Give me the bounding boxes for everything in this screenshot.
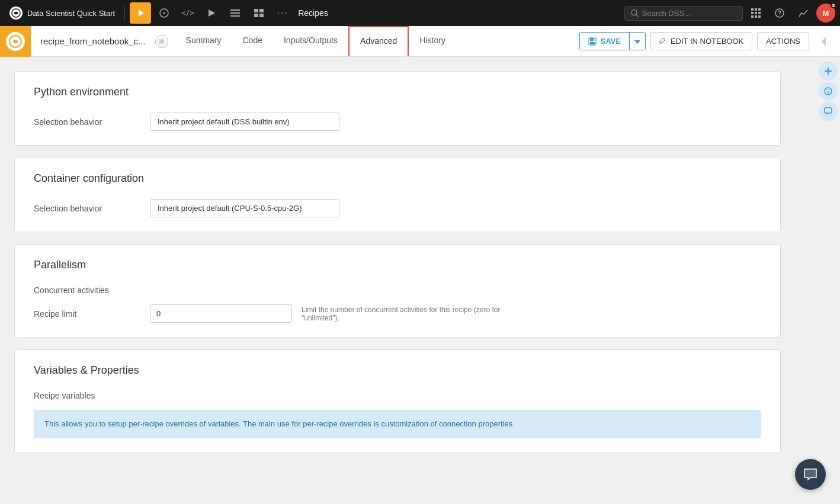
- svg-rect-15: [755, 8, 757, 11]
- recipe-icon: [6, 32, 25, 51]
- more-icon-btn[interactable]: ···: [272, 2, 293, 24]
- stack-icon-btn[interactable]: [225, 2, 246, 24]
- svg-marker-32: [821, 37, 826, 46]
- avatar-btn[interactable]: M 1: [816, 4, 835, 23]
- back-arrow-icon: [820, 37, 826, 46]
- analytics-icon-btn[interactable]: [793, 2, 814, 24]
- actions-button[interactable]: ACTIONS: [757, 32, 809, 50]
- recipe-limit-hint: Limit the number of concurrent activitie…: [302, 306, 538, 322]
- nav-divider: [124, 6, 125, 20]
- tab-history[interactable]: History: [409, 26, 456, 56]
- recipe-name: recipe_from_notebook_c...: [31, 36, 155, 46]
- recipes-label: Recipes: [298, 8, 328, 18]
- svg-point-12: [631, 10, 637, 15]
- code-icon-btn[interactable]: </>: [177, 2, 198, 24]
- concurrent-activities-label: Concurrent activities: [34, 285, 761, 295]
- logo-icon: [9, 7, 23, 20]
- python-env-behavior-select[interactable]: Inherit project default (DSS builtin env…: [150, 113, 339, 131]
- python-env-title: Python environment: [34, 86, 761, 98]
- svg-marker-4: [209, 9, 215, 17]
- container-config-field-row: Selection behavior Inherit project defau…: [34, 199, 761, 217]
- tab-summary[interactable]: Summary: [175, 26, 232, 56]
- svg-rect-9: [259, 9, 264, 12]
- svg-rect-19: [758, 12, 761, 14]
- svg-rect-8: [254, 9, 258, 12]
- settings-icon[interactable]: [155, 35, 168, 48]
- right-panel-chat-btn[interactable]: [819, 102, 838, 121]
- save-icon: [588, 37, 597, 46]
- svg-rect-37: [825, 108, 832, 113]
- search-input[interactable]: [642, 9, 736, 18]
- right-panel: i: [816, 57, 840, 126]
- container-behavior-label: Selection behavior: [34, 204, 140, 213]
- python-env-section: Python environment Selection behavior In…: [14, 71, 781, 146]
- help-icon-btn[interactable]: ?: [769, 2, 790, 24]
- toolbar: recipe_from_notebook_c... Summary Code I…: [0, 26, 840, 57]
- svg-rect-5: [230, 9, 240, 11]
- recipe-limit-label: Recipe limit: [34, 309, 140, 319]
- parallelism-title: Parallelism: [34, 259, 761, 271]
- app-title: Data Scientist Quick Start: [27, 9, 115, 18]
- apps-icon-btn[interactable]: [745, 2, 767, 24]
- svg-marker-30: [634, 40, 640, 44]
- flow-icon-btn[interactable]: [130, 2, 151, 24]
- plus-icon: [824, 67, 832, 75]
- container-config-title: Container configuration: [34, 172, 761, 185]
- svg-rect-28: [590, 38, 594, 41]
- play-icon-btn[interactable]: [201, 2, 222, 24]
- svg-rect-11: [259, 14, 264, 17]
- svg-rect-21: [755, 15, 757, 18]
- save-button[interactable]: SAVE: [580, 33, 629, 50]
- layout-icon-btn[interactable]: [248, 2, 270, 24]
- right-panel-add-btn[interactable]: [819, 62, 838, 81]
- avatar-letter: M: [823, 9, 829, 18]
- tab-inputs-outputs[interactable]: Inputs/Outputs: [273, 26, 348, 56]
- svg-rect-29: [590, 42, 595, 44]
- recipe-variables-label: Recipe variables: [34, 391, 761, 400]
- save-dropdown-button[interactable]: [629, 33, 645, 50]
- search-icon: [631, 9, 639, 17]
- svg-rect-22: [758, 15, 761, 18]
- recipe-icon-box: [0, 26, 31, 57]
- svg-point-26: [161, 40, 163, 43]
- message-icon: [824, 107, 832, 115]
- recipe-limit-input[interactable]: [150, 304, 292, 323]
- chat-float-button[interactable]: [795, 459, 826, 490]
- back-button[interactable]: [814, 32, 833, 51]
- parallelism-section: Parallelism Concurrent activities Recipe…: [14, 244, 781, 338]
- variables-properties-title: Variables & Properties: [34, 364, 761, 377]
- top-navbar: Data Scientist Quick Start </> ··· Recip…: [0, 0, 840, 26]
- info-icon: i: [824, 87, 832, 95]
- chevron-down-icon: [634, 40, 640, 44]
- main-content: Python environment Selection behavior In…: [0, 57, 840, 504]
- variables-info-text: This allows you to setup per-recipe over…: [44, 419, 512, 428]
- svg-rect-16: [758, 8, 761, 11]
- svg-text:i: i: [828, 89, 829, 95]
- python-env-field-row: Selection behavior Inherit project defau…: [34, 113, 761, 131]
- svg-rect-14: [751, 8, 754, 11]
- container-config-section: Container configuration Selection behavi…: [14, 158, 781, 232]
- svg-text:?: ?: [778, 10, 781, 17]
- search-box[interactable]: [624, 6, 743, 21]
- actions-label: ACTIONS: [766, 37, 800, 46]
- tab-bar: Summary Code Inputs/Outputs Advanced His…: [175, 26, 456, 56]
- right-panel-info-btn[interactable]: i: [819, 82, 838, 101]
- svg-marker-1: [139, 9, 144, 17]
- container-behavior-select[interactable]: Inherit project default (CPU-S-0.5-cpu-2…: [150, 199, 339, 217]
- compass-icon-btn[interactable]: [153, 2, 175, 24]
- variables-properties-section: Variables & Properties Recipe variables …: [14, 349, 781, 453]
- save-label: SAVE: [600, 37, 620, 46]
- svg-rect-10: [254, 14, 258, 17]
- notification-badge: 1: [831, 2, 836, 8]
- edit-notebook-label: EDIT IN NOTEBOOK: [671, 37, 743, 46]
- svg-rect-17: [751, 12, 754, 14]
- svg-rect-20: [751, 15, 754, 18]
- app-logo[interactable]: Data Scientist Quick Start: [5, 7, 120, 20]
- python-env-behavior-label: Selection behavior: [34, 117, 140, 127]
- edit-notebook-button[interactable]: EDIT IN NOTEBOOK: [650, 32, 752, 50]
- svg-rect-6: [230, 12, 240, 14]
- svg-line-13: [636, 15, 639, 17]
- tab-advanced[interactable]: Advanced: [348, 26, 409, 56]
- tab-code[interactable]: Code: [232, 26, 273, 56]
- chat-icon: [803, 467, 817, 481]
